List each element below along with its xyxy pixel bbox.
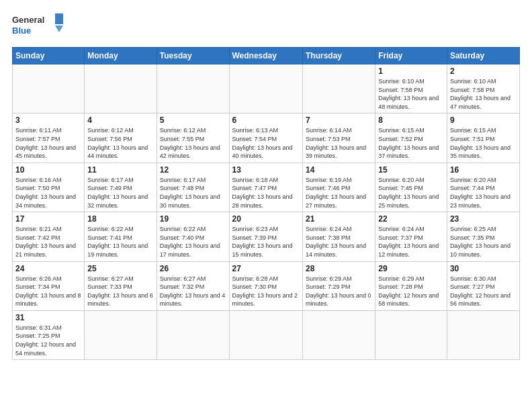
day-number: 11 [87, 165, 153, 175]
day-info: Sunrise: 6:17 AM Sunset: 7:48 PM Dayligh… [160, 176, 226, 210]
day-number: 16 [450, 165, 517, 175]
day-cell: 30Sunrise: 6:30 AM Sunset: 7:27 PM Dayli… [447, 261, 519, 310]
day-cell: 17Sunrise: 6:21 AM Sunset: 7:42 PM Dayli… [13, 212, 85, 261]
day-number: 10 [15, 165, 81, 175]
day-cell: 18Sunrise: 6:22 AM Sunset: 7:41 PM Dayli… [85, 212, 157, 261]
day-info: Sunrise: 6:27 AM Sunset: 7:33 PM Dayligh… [87, 275, 153, 308]
logo-svg: General Blue [12, 12, 66, 40]
day-number: 28 [306, 264, 372, 273]
day-info: Sunrise: 6:26 AM Sunset: 7:34 PM Dayligh… [15, 275, 81, 308]
day-cell: 25Sunrise: 6:27 AM Sunset: 7:33 PM Dayli… [85, 261, 157, 310]
svg-text:General: General [12, 15, 44, 25]
day-info: Sunrise: 6:11 AM Sunset: 7:57 PM Dayligh… [15, 126, 81, 160]
day-info: Sunrise: 6:17 AM Sunset: 7:49 PM Dayligh… [87, 176, 153, 210]
day-info: Sunrise: 6:20 AM Sunset: 7:45 PM Dayligh… [378, 176, 444, 210]
day-info: Sunrise: 6:22 AM Sunset: 7:41 PM Dayligh… [87, 225, 153, 259]
day-cell: 14Sunrise: 6:19 AM Sunset: 7:46 PM Dayli… [302, 163, 375, 212]
day-cell: 19Sunrise: 6:22 AM Sunset: 7:40 PM Dayli… [157, 212, 229, 261]
day-info: Sunrise: 6:18 AM Sunset: 7:47 PM Dayligh… [232, 176, 300, 210]
day-info: Sunrise: 6:10 AM Sunset: 7:58 PM Dayligh… [450, 77, 517, 111]
svg-text:Blue: Blue [12, 26, 31, 36]
day-cell: 1Sunrise: 6:10 AM Sunset: 7:58 PM Daylig… [375, 64, 447, 113]
day-cell [157, 64, 229, 113]
day-number: 29 [378, 264, 444, 273]
calendar: SundayMondayTuesdayWednesdayThursdayFrid… [12, 47, 520, 360]
day-info: Sunrise: 6:10 AM Sunset: 7:58 PM Dayligh… [378, 77, 444, 111]
day-info: Sunrise: 6:14 AM Sunset: 7:53 PM Dayligh… [306, 126, 372, 160]
day-number: 4 [87, 116, 153, 125]
day-number: 21 [306, 214, 372, 224]
day-number: 13 [232, 165, 300, 175]
day-number: 2 [450, 66, 517, 76]
day-cell [157, 310, 229, 359]
day-info: Sunrise: 6:19 AM Sunset: 7:46 PM Dayligh… [306, 176, 372, 210]
weekday-header-monday: Monday [85, 48, 157, 64]
week-row-4: 24Sunrise: 6:26 AM Sunset: 7:34 PM Dayli… [13, 261, 520, 310]
day-cell: 29Sunrise: 6:29 AM Sunset: 7:28 PM Dayli… [375, 261, 447, 310]
day-info: Sunrise: 6:30 AM Sunset: 7:27 PM Dayligh… [450, 275, 517, 308]
day-info: Sunrise: 6:16 AM Sunset: 7:50 PM Dayligh… [15, 176, 81, 210]
day-cell [302, 310, 375, 359]
day-info: Sunrise: 6:29 AM Sunset: 7:28 PM Dayligh… [378, 275, 444, 308]
day-cell [375, 310, 447, 359]
day-cell: 13Sunrise: 6:18 AM Sunset: 7:47 PM Dayli… [229, 163, 302, 212]
day-cell [85, 310, 157, 359]
day-info: Sunrise: 6:24 AM Sunset: 7:37 PM Dayligh… [378, 225, 444, 259]
week-row-2: 10Sunrise: 6:16 AM Sunset: 7:50 PM Dayli… [13, 163, 520, 212]
day-info: Sunrise: 6:24 AM Sunset: 7:38 PM Dayligh… [306, 225, 372, 259]
day-number: 31 [15, 313, 81, 322]
weekday-header-wednesday: Wednesday [229, 48, 302, 64]
day-number: 14 [306, 165, 372, 175]
day-number: 25 [87, 264, 153, 273]
logo: General Blue [12, 12, 66, 40]
day-info: Sunrise: 6:23 AM Sunset: 7:39 PM Dayligh… [232, 225, 300, 259]
day-info: Sunrise: 6:20 AM Sunset: 7:44 PM Dayligh… [450, 176, 517, 210]
day-info: Sunrise: 6:15 AM Sunset: 7:52 PM Dayligh… [378, 126, 444, 160]
day-cell [229, 310, 302, 359]
day-cell: 16Sunrise: 6:20 AM Sunset: 7:44 PM Dayli… [447, 163, 519, 212]
day-cell: 15Sunrise: 6:20 AM Sunset: 7:45 PM Dayli… [375, 163, 447, 212]
day-cell: 28Sunrise: 6:29 AM Sunset: 7:29 PM Dayli… [302, 261, 375, 310]
page: General Blue SundayMondayTuesdayWednesda… [0, 0, 532, 411]
day-cell: 7Sunrise: 6:14 AM Sunset: 7:53 PM Daylig… [302, 113, 375, 163]
day-number: 24 [15, 264, 81, 273]
day-info: Sunrise: 6:15 AM Sunset: 7:51 PM Dayligh… [450, 126, 517, 160]
week-row-0: 1Sunrise: 6:10 AM Sunset: 7:58 PM Daylig… [13, 64, 520, 113]
weekday-header-sunday: Sunday [13, 48, 85, 64]
day-number: 19 [160, 214, 226, 224]
day-number: 3 [15, 116, 81, 125]
day-cell: 22Sunrise: 6:24 AM Sunset: 7:37 PM Dayli… [375, 212, 447, 261]
day-cell: 21Sunrise: 6:24 AM Sunset: 7:38 PM Dayli… [302, 212, 375, 261]
svg-marker-2 [55, 13, 63, 24]
day-cell: 9Sunrise: 6:15 AM Sunset: 7:51 PM Daylig… [447, 113, 519, 163]
day-cell: 11Sunrise: 6:17 AM Sunset: 7:49 PM Dayli… [85, 163, 157, 212]
weekday-header-tuesday: Tuesday [157, 48, 229, 64]
day-cell [229, 64, 302, 113]
week-row-5: 31Sunrise: 6:31 AM Sunset: 7:25 PM Dayli… [13, 310, 520, 359]
day-number: 7 [306, 116, 372, 125]
day-cell [302, 64, 375, 113]
day-cell: 6Sunrise: 6:13 AM Sunset: 7:54 PM Daylig… [229, 113, 302, 163]
svg-marker-3 [55, 26, 63, 32]
day-number: 20 [232, 214, 300, 224]
day-cell [85, 64, 157, 113]
week-row-1: 3Sunrise: 6:11 AM Sunset: 7:57 PM Daylig… [13, 113, 520, 163]
day-info: Sunrise: 6:27 AM Sunset: 7:32 PM Dayligh… [160, 275, 226, 308]
day-number: 22 [378, 214, 444, 224]
day-cell: 4Sunrise: 6:12 AM Sunset: 7:56 PM Daylig… [85, 113, 157, 163]
header: General Blue [12, 12, 520, 40]
day-info: Sunrise: 6:12 AM Sunset: 7:55 PM Dayligh… [160, 126, 226, 160]
weekday-header-friday: Friday [375, 48, 447, 64]
day-cell [13, 64, 85, 113]
day-cell: 5Sunrise: 6:12 AM Sunset: 7:55 PM Daylig… [157, 113, 229, 163]
day-cell: 3Sunrise: 6:11 AM Sunset: 7:57 PM Daylig… [13, 113, 85, 163]
day-number: 5 [160, 116, 226, 125]
day-number: 8 [378, 116, 444, 125]
day-info: Sunrise: 6:28 AM Sunset: 7:30 PM Dayligh… [232, 275, 300, 308]
day-number: 6 [232, 116, 300, 125]
day-cell: 24Sunrise: 6:26 AM Sunset: 7:34 PM Dayli… [13, 261, 85, 310]
week-row-3: 17Sunrise: 6:21 AM Sunset: 7:42 PM Dayli… [13, 212, 520, 261]
day-cell: 8Sunrise: 6:15 AM Sunset: 7:52 PM Daylig… [375, 113, 447, 163]
day-number: 1 [378, 66, 444, 76]
day-info: Sunrise: 6:12 AM Sunset: 7:56 PM Dayligh… [87, 126, 153, 160]
